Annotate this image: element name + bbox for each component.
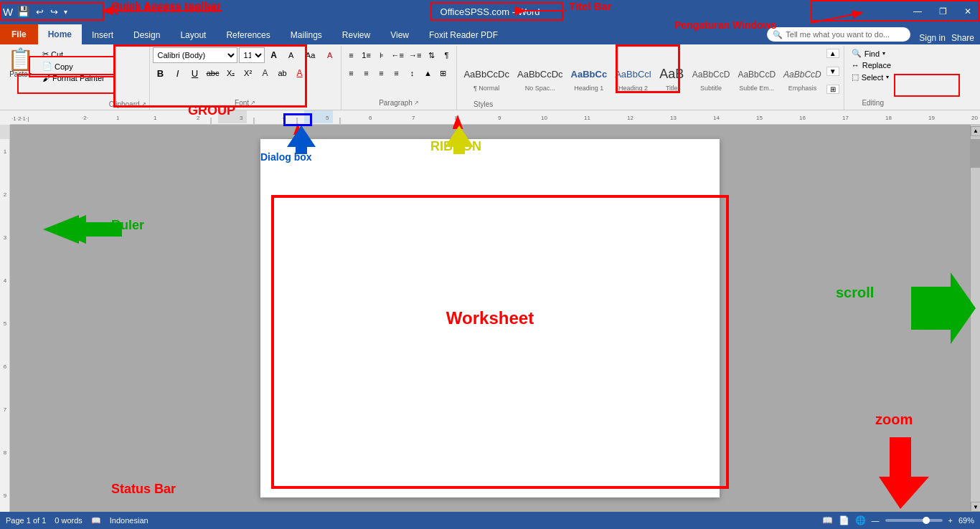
doc-canvas[interactable]: Worksheet <box>10 125 970 512</box>
text-highlight-btn[interactable]: ab <box>275 65 291 81</box>
maximize-btn[interactable]: ❐ <box>930 6 956 16</box>
cut-button[interactable]: ✂ Cut <box>39 49 108 59</box>
justify-btn[interactable]: ≡ <box>390 65 404 81</box>
font-name-select[interactable]: Calibri (Body) <box>153 47 237 63</box>
style-heading1-preview: AaBbCc <box>571 65 608 85</box>
font-expand-icon[interactable]: ↗ <box>250 100 255 106</box>
style-heading1[interactable]: AaBbCc Heading 1 <box>567 62 611 94</box>
print-layout-btn[interactable]: 📄 <box>839 515 849 525</box>
svg-text:16: 16 <box>799 115 806 121</box>
quick-access-dropdown[interactable]: ▾ <box>62 6 69 17</box>
undo-button[interactable]: ↩ <box>34 5 46 19</box>
style-no-spacing[interactable]: AaBbCcDc No Spac... <box>514 62 567 94</box>
ribbon-tabs-row: File Home Insert Design Layout Reference… <box>0 23 980 44</box>
style-heading2[interactable]: AaBbCcl Heading 2 <box>611 62 655 94</box>
multilevel-btn[interactable]: ⊧ <box>374 47 389 63</box>
sort-btn[interactable]: ⇅ <box>424 47 438 63</box>
change-case-btn[interactable]: Aa <box>301 47 321 63</box>
decrease-indent-btn[interactable]: ←≡ <box>390 47 406 63</box>
editing-group-label: Editing <box>847 99 899 108</box>
copy-button[interactable]: 📄 Copy <box>39 61 108 72</box>
tab-view[interactable]: View <box>380 26 419 44</box>
tab-file[interactable]: File <box>0 24 38 44</box>
center-btn[interactable]: ≡ <box>359 65 374 81</box>
select-btn[interactable]: ⬚ Select ▾ <box>847 71 899 83</box>
styles-more-btn[interactable]: ⊞ <box>826 85 839 94</box>
scroll-up-btn[interactable]: ▲ <box>971 126 980 136</box>
styles-scroll-down-btn[interactable]: ▼ <box>826 67 839 76</box>
numbering-btn[interactable]: 1≡ <box>359 47 374 63</box>
tell-me-box[interactable]: 🔍 Tell me what you want to do... <box>767 27 910 42</box>
subscript-btn[interactable]: X₂ <box>223 65 239 81</box>
vertical-scrollbar[interactable]: ▲ ▼ <box>970 125 980 512</box>
svg-text:9: 9 <box>498 115 501 121</box>
tab-insert[interactable]: Insert <box>82 26 123 44</box>
sign-share-area: Sign in Share <box>913 33 980 43</box>
sign-in-btn[interactable]: Sign in <box>919 33 946 43</box>
tab-review[interactable]: Review <box>332 26 380 44</box>
zoom-slider[interactable] <box>885 519 943 522</box>
tab-mailings[interactable]: Mailings <box>281 26 332 44</box>
tab-design[interactable]: Design <box>123 26 170 44</box>
replace-btn[interactable]: ↔ Replace <box>847 59 899 71</box>
bullets-btn[interactable]: ≡ <box>344 47 359 63</box>
style-emphasis[interactable]: AaBbCcD Emphasis <box>780 62 825 94</box>
svg-text:14: 14 <box>713 115 720 121</box>
tab-foxit[interactable]: Foxit Reader PDF <box>419 26 508 44</box>
format-painter-button[interactable]: 🖌 Format Painter <box>39 73 108 83</box>
font-row1: Calibri (Body) 11 A A Aa A <box>153 47 338 63</box>
styles-scroll-up-btn[interactable]: ▲ <box>826 49 839 58</box>
scroll-down-btn[interactable]: ▼ <box>971 502 980 512</box>
save-button[interactable]: 💾 <box>15 4 32 19</box>
find-label: Find <box>864 49 880 58</box>
bold-btn[interactable]: B <box>153 65 169 81</box>
scroll-thumb[interactable] <box>971 139 980 168</box>
styles-scroll-controls: ▲ ▼ ⊞ <box>825 47 841 108</box>
align-right-btn[interactable]: ≡ <box>374 65 389 81</box>
tab-references[interactable]: References <box>216 26 280 44</box>
grow-font-btn[interactable]: A <box>266 47 282 63</box>
underline-btn[interactable]: U <box>187 65 203 81</box>
word-icon[interactable]: W <box>3 6 13 18</box>
svg-text:15: 15 <box>756 115 763 121</box>
share-btn[interactable]: Share <box>951 33 974 43</box>
paragraph-expand-icon[interactable]: ↗ <box>414 100 419 106</box>
clear-formatting-btn[interactable]: A <box>322 47 338 63</box>
zoom-in-btn[interactable]: + <box>948 516 953 525</box>
superscript-btn[interactable]: X² <box>240 65 256 81</box>
show-hide-btn[interactable]: ¶ <box>439 47 453 63</box>
text-effects-btn[interactable]: A <box>258 65 273 81</box>
strikethrough-btn[interactable]: abc <box>204 65 222 81</box>
style-subtitle[interactable]: AaBbCcD Subtitle <box>689 62 734 94</box>
paste-button[interactable]: 📋 Paste▾ <box>3 46 38 110</box>
read-mode-btn[interactable]: 📖 <box>822 515 833 525</box>
style-normal[interactable]: AaBbCcDc ¶ Normal <box>460 62 513 94</box>
font-color-btn[interactable]: A <box>292 65 308 81</box>
italic-btn[interactable]: I <box>170 65 186 81</box>
clipboard-expand-icon[interactable]: ↗ <box>141 101 146 108</box>
zoom-level: 69% <box>958 516 974 525</box>
shading-btn[interactable]: ▲ <box>421 65 435 81</box>
replace-label: Replace <box>862 61 891 70</box>
borders-btn[interactable]: ⊞ <box>436 65 451 81</box>
style-title[interactable]: AaB Title <box>656 62 688 94</box>
redo-button[interactable]: ↪ <box>48 5 60 19</box>
find-btn[interactable]: 🔍 Find ▾ <box>847 47 899 59</box>
tab-home[interactable]: Home <box>38 24 82 44</box>
zoom-out-btn[interactable]: — <box>872 516 880 525</box>
align-left-btn[interactable]: ≡ <box>344 65 359 81</box>
zoom-thumb[interactable] <box>923 517 930 524</box>
line-spacing-btn[interactable]: ↕ <box>405 65 420 81</box>
document-page[interactable]: Worksheet <box>260 139 720 497</box>
font-size-select[interactable]: 11 <box>239 47 265 63</box>
minimize-btn[interactable]: — <box>905 6 930 16</box>
web-layout-btn[interactable]: 🌐 <box>855 515 866 525</box>
style-subtle-em[interactable]: AaBbCcD Subtle Em... <box>734 62 779 94</box>
svg-text:7: 7 <box>412 115 415 121</box>
tab-layout[interactable]: Layout <box>170 26 216 44</box>
shrink-font-btn[interactable]: A <box>283 47 299 63</box>
svg-text:13: 13 <box>670 115 677 121</box>
proofing-icon[interactable]: 📖 <box>91 516 101 525</box>
increase-indent-btn[interactable]: →≡ <box>407 47 423 63</box>
close-btn[interactable]: ✕ <box>956 6 980 16</box>
